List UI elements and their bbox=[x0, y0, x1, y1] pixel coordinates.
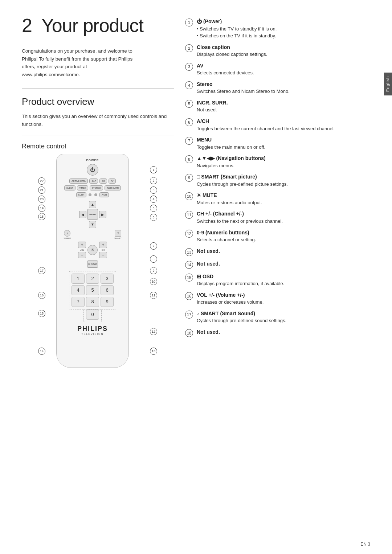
item-desc: Navigates menus. bbox=[197, 162, 366, 169]
list-item: 7MENUToggles the main menu on or off. bbox=[185, 136, 366, 151]
remote-container: 1 2 3 4 5 6 7 8 9 10 11 12 13 22 21 20 bbox=[38, 154, 158, 372]
item-desc: Toggles the main menu on or off. bbox=[197, 144, 366, 151]
item-title: 0-9 (Numeric buttons) bbox=[197, 229, 366, 237]
nav-left: ◀ bbox=[79, 211, 86, 218]
callout-10: 10 bbox=[150, 278, 157, 285]
item-content: 0-9 (Numeric buttons)Selects a channel o… bbox=[197, 229, 366, 243]
vol-ch-section: + VOL − ✳ + CH − bbox=[63, 242, 123, 258]
smart-row: ♪ SMART □ SMART bbox=[64, 230, 122, 239]
callout-17: 17 bbox=[38, 267, 45, 274]
ch-block: + CH − bbox=[99, 242, 107, 258]
sleep-row-buttons: SLEEP TIMER STEREO INCR SURR bbox=[64, 185, 121, 190]
item-content: ♪ SMART (Smart Sound)Cycles through pre-… bbox=[197, 310, 366, 324]
nav-right: ▶ bbox=[99, 211, 106, 218]
divider-2 bbox=[22, 135, 174, 135]
item-content: MENUToggles the main menu on or off. bbox=[197, 136, 366, 151]
item-number: 8 bbox=[185, 155, 193, 163]
item-content: A/CHToggles between the current channel … bbox=[197, 118, 366, 132]
btn-0: 0 bbox=[86, 309, 99, 320]
callout-9: 9 bbox=[150, 267, 157, 274]
numeric-grid: 1 2 3 4 5 6 7 8 9 bbox=[69, 271, 116, 309]
item-desc: Switches to the next or previous channel… bbox=[197, 218, 366, 225]
brand-section: PHILIPS TELEVISION bbox=[77, 325, 108, 335]
item-number: 1 bbox=[185, 19, 193, 26]
item-title: Not used. bbox=[197, 329, 366, 336]
list-item: 4StereoSwitches Stereo and Nicam Stereo … bbox=[185, 81, 366, 95]
surf-btn: SURF bbox=[76, 192, 86, 197]
item-title: INCR. SURR. bbox=[197, 99, 366, 107]
btn-5: 5 bbox=[86, 285, 99, 295]
item-number: 13 bbox=[185, 248, 193, 256]
callout-12: 12 bbox=[150, 328, 157, 335]
page: 2 Your product Congratulations on your p… bbox=[0, 0, 392, 554]
item-bullet: Switches the TV to standby if it is on. bbox=[197, 25, 366, 33]
cc-btn: CC bbox=[99, 178, 107, 184]
list-item: 5INCR. SURR.Not used. bbox=[185, 99, 366, 114]
list-item: 3AVSelects connected devices. bbox=[185, 62, 366, 77]
list-item: 17♪ SMART (Smart Sound)Cycles through pr… bbox=[185, 310, 366, 324]
item-content: □ SMART (Smart picture)Cycles through pr… bbox=[197, 173, 366, 188]
item-desc: Toggles between the current channel and … bbox=[197, 125, 366, 132]
smart-sound-circle: ♪ bbox=[64, 230, 70, 237]
list-item: 11CH +/- (Channel +/-)Switches to the ne… bbox=[185, 210, 366, 225]
btn-3: 3 bbox=[101, 274, 114, 284]
item-number: 4 bbox=[185, 81, 193, 89]
list-item: 9□ SMART (Smart picture)Cycles through p… bbox=[185, 173, 366, 188]
item-title: A/CH bbox=[197, 118, 366, 125]
item-title: Not used. bbox=[197, 260, 366, 268]
item-content: ✳ MUTEMutes or restores audio output. bbox=[197, 192, 366, 206]
callout-15: 15 bbox=[38, 310, 45, 317]
item-title: □ SMART (Smart picture) bbox=[197, 173, 366, 181]
sap-btn: SAP bbox=[89, 178, 98, 184]
item-number: 16 bbox=[185, 292, 193, 300]
remote-body: POWER ⏻ ACTIVE CTRL SAP CC AV SLEEP bbox=[56, 154, 129, 368]
dot1 bbox=[89, 193, 91, 196]
item-content: AVSelects connected devices. bbox=[197, 62, 366, 77]
item-desc: Mutes or restores audio output. bbox=[197, 199, 366, 206]
item-number: 2 bbox=[185, 44, 193, 52]
item-title: ⏻ (Power) bbox=[197, 18, 366, 25]
item-desc: Cycles through pre-defined picture setti… bbox=[197, 181, 366, 188]
callout-13: 13 bbox=[150, 348, 157, 355]
callout-7: 7 bbox=[150, 242, 157, 250]
power-label: POWER bbox=[86, 159, 99, 162]
item-title: ♪ SMART (Smart Sound) bbox=[197, 310, 366, 317]
mute-block: ✳ bbox=[87, 245, 98, 255]
item-number: 9 bbox=[185, 174, 193, 182]
callout-1: 1 bbox=[150, 166, 157, 173]
callout-18: 18 bbox=[38, 213, 45, 220]
item-title: ✳ MUTE bbox=[197, 192, 366, 199]
callout-20: 20 bbox=[38, 196, 45, 203]
left-column: 2 Your product Congratulations on your p… bbox=[22, 15, 174, 539]
ach-btn: A/CH bbox=[99, 192, 109, 197]
brand-sub: TELEVISION bbox=[81, 333, 103, 335]
item-desc: Selects a channel or setting. bbox=[197, 236, 366, 243]
callout-6: 6 bbox=[150, 214, 157, 221]
divider-1 bbox=[22, 89, 174, 89]
callout-14: 14 bbox=[38, 348, 45, 355]
callout-4: 4 bbox=[150, 196, 157, 203]
smart-picture-square: □ bbox=[115, 230, 121, 237]
item-number: 5 bbox=[185, 100, 193, 108]
list-item: 15⊞ OSDDisplays program information, if … bbox=[185, 273, 366, 287]
callout-16: 16 bbox=[38, 292, 45, 299]
section-desc: This section gives you an overview of co… bbox=[22, 112, 174, 128]
page-footer: EN 3 bbox=[360, 542, 370, 547]
list-item: 8▲▼◀▶ (Navigation buttons)Navigates menu… bbox=[185, 155, 366, 169]
subsection-title: Remote control bbox=[22, 143, 174, 150]
item-content: Close captionDisplays closed captions se… bbox=[197, 44, 366, 58]
item-desc: Not used. bbox=[197, 106, 366, 114]
item-number: 15 bbox=[185, 274, 193, 282]
item-content: Not used. bbox=[197, 329, 366, 336]
item-desc: Switches Stereo and Nicam Stereo to Mono… bbox=[197, 88, 366, 95]
list-item: 13Not used. bbox=[185, 248, 366, 256]
item-number: 11 bbox=[185, 211, 193, 219]
item-bullet: Switches on the TV if it is in standby. bbox=[197, 32, 366, 40]
list-item: 16VOL +/- (Volume +/-)Increases or decre… bbox=[185, 292, 366, 306]
surf-row-buttons: SURF A/CH bbox=[76, 192, 109, 197]
mute-btn: ✳ bbox=[87, 245, 98, 255]
btn-7: 7 bbox=[72, 297, 85, 307]
side-tab: English bbox=[384, 73, 392, 95]
btn-6: 6 bbox=[101, 285, 114, 295]
vol-plus: + bbox=[78, 242, 86, 248]
